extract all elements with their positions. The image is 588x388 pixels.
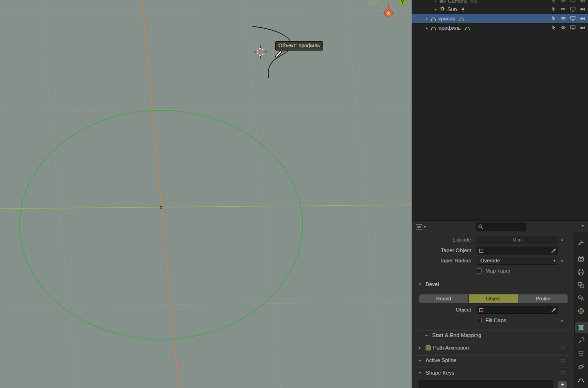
- restrict-select-icon[interactable]: [550, 25, 556, 31]
- bevel-object-label: Object: [412, 306, 471, 314]
- fill-caps-checkbox[interactable]: [477, 318, 482, 323]
- drag-handle-icon[interactable]: [560, 346, 566, 350]
- curve-data-icon: [459, 15, 465, 22]
- shape-keys-list[interactable]: [419, 380, 553, 388]
- expand-arrow-icon[interactable]: ▸: [433, 7, 439, 12]
- disable-viewport-icon[interactable]: [570, 6, 576, 12]
- viewport-canvas: Y X: [0, 0, 412, 388]
- restrict-select-icon[interactable]: [550, 0, 556, 4]
- object-data-tab-icon[interactable]: [577, 375, 585, 384]
- disable-viewport-icon[interactable]: [570, 15, 576, 21]
- bevel-object-field[interactable]: [477, 306, 558, 314]
- curve-data-icon: [464, 25, 471, 31]
- bevel-mode-round-button[interactable]: Round: [419, 294, 468, 303]
- disable-render-icon[interactable]: [580, 25, 586, 31]
- gizmo-x-label: X: [387, 11, 390, 16]
- 3d-viewport[interactable]: Y X Объект: профиль: [0, 0, 412, 388]
- curve-profile-object: [252, 26, 291, 78]
- sun-icon: [460, 6, 466, 13]
- properties-tab-strip: [574, 232, 588, 388]
- search-field[interactable]: [476, 223, 526, 231]
- decorator-dot[interactable]: [561, 239, 563, 241]
- properties-editor[interactable]: ▾ ▾ Extrude 0 m Taper Object: [412, 220, 588, 388]
- taper-object-field[interactable]: [477, 247, 558, 254]
- scene-tab-icon[interactable]: [577, 294, 585, 302]
- search-input[interactable]: [485, 224, 523, 230]
- outliner-row-sun[interactable]: ▸ Sun: [412, 5, 588, 14]
- disable-viewport-icon[interactable]: [570, 25, 576, 31]
- taper-radius-row: Taper Radius Override ▾: [412, 257, 574, 265]
- editor-type-button[interactable]: ▾: [415, 223, 426, 230]
- taper-radius-dropdown[interactable]: Override ▾: [477, 257, 558, 265]
- extrude-label: Extrude: [412, 236, 471, 244]
- map-taper-row: Map Taper: [412, 267, 574, 275]
- output-tab-icon[interactable]: [577, 268, 585, 276]
- bevel-mode-segments: Round Object Profile: [419, 294, 568, 303]
- disable-render-icon[interactable]: [580, 15, 586, 21]
- y-axis-line: [0, 205, 412, 209]
- panel-active-spline[interactable]: ▸ Active Spline: [414, 355, 569, 365]
- path-animation-checkbox[interactable]: [426, 345, 431, 350]
- extrude-field[interactable]: 0 m: [477, 236, 558, 244]
- particles-tab-icon[interactable]: [577, 350, 585, 358]
- decorator-dot[interactable]: [561, 260, 563, 262]
- outliner-row-profile[interactable]: ▸ профиль: [412, 23, 588, 32]
- map-taper-label: Map Taper: [485, 267, 510, 275]
- extrude-value: 0 m: [513, 237, 522, 242]
- panel-shape-keys[interactable]: ▾ Shape Keys: [414, 368, 569, 378]
- outliner[interactable]: ▸ Camera ▸ Sun: [412, 0, 588, 220]
- disable-viewport-icon[interactable]: [570, 0, 576, 4]
- render-tab-icon[interactable]: [577, 255, 585, 263]
- object-tab-icon[interactable]: [577, 324, 585, 332]
- bevel-mode-object-button[interactable]: Object: [469, 294, 518, 303]
- modifiers-tab-icon[interactable]: [577, 337, 585, 345]
- chevron-down-icon: ▾: [419, 280, 421, 288]
- outliner-row-curve[interactable]: ▸ кривая: [412, 14, 588, 23]
- panel-label: Shape Keys: [426, 368, 454, 377]
- hide-eye-icon[interactable]: [560, 15, 566, 21]
- panel-path-animation[interactable]: ▸ Path Animation: [414, 343, 569, 353]
- physics-tab-icon[interactable]: [577, 363, 585, 371]
- object-icon: [478, 248, 484, 254]
- bevel-section-header[interactable]: ▾ Bevel: [412, 280, 574, 288]
- view-gizmo: Y X: [369, 0, 407, 17]
- disable-render-icon[interactable]: [580, 0, 586, 4]
- map-taper-checkbox[interactable]: [477, 268, 482, 274]
- restrict-select-icon[interactable]: [550, 6, 556, 12]
- panel-label: Path Animation: [433, 343, 469, 352]
- view-layer-tab-icon[interactable]: [577, 281, 585, 289]
- bevel-object-row: Object: [412, 306, 574, 314]
- bevel-mode-profile-button[interactable]: Profile: [518, 294, 568, 303]
- tool-tab-icon[interactable]: [577, 238, 585, 247]
- taper-radius-value: Override: [480, 258, 500, 263]
- eyedropper-icon[interactable]: [551, 248, 556, 254]
- expand-arrow-icon[interactable]: ▸: [433, 0, 439, 3]
- drag-handle-icon[interactable]: [560, 358, 566, 363]
- curve-object-icon: [430, 15, 437, 22]
- origin-point: [161, 207, 162, 209]
- expand-arrow-icon[interactable]: ▸: [424, 17, 430, 21]
- header-dropdown-icon[interactable]: ▾: [582, 223, 584, 228]
- drag-handle-icon[interactable]: [560, 371, 566, 375]
- hide-eye-icon[interactable]: [560, 6, 566, 12]
- disable-render-icon[interactable]: [580, 6, 586, 12]
- expand-arrow-icon[interactable]: ▸: [424, 26, 430, 30]
- object-name: Sun: [447, 6, 457, 12]
- gizmo-neg-axis-ball[interactable]: [369, 0, 377, 6]
- panel-label: Start & End Mapping: [432, 331, 481, 340]
- bevel-title: Bevel: [426, 280, 439, 288]
- eyedropper-icon[interactable]: [551, 307, 556, 313]
- hide-eye-icon[interactable]: [560, 25, 566, 31]
- panel-start-end-mapping[interactable]: ▸ Start & End Mapping: [414, 330, 569, 340]
- properties-header: ▾ ▾: [412, 221, 588, 233]
- restrict-select-icon[interactable]: [550, 15, 556, 21]
- light-icon: [439, 6, 446, 13]
- camera-data-badge: [470, 0, 477, 4]
- fill-caps-label: Fill Caps: [485, 317, 506, 324]
- taper-object-label: Taper Object: [412, 247, 471, 254]
- add-shape-key-button[interactable]: +: [558, 381, 567, 388]
- chevron-right-icon: ▸: [426, 331, 428, 340]
- world-tab-icon[interactable]: [577, 307, 585, 315]
- hide-eye-icon[interactable]: [560, 0, 566, 4]
- decorator-dot[interactable]: [561, 320, 563, 322]
